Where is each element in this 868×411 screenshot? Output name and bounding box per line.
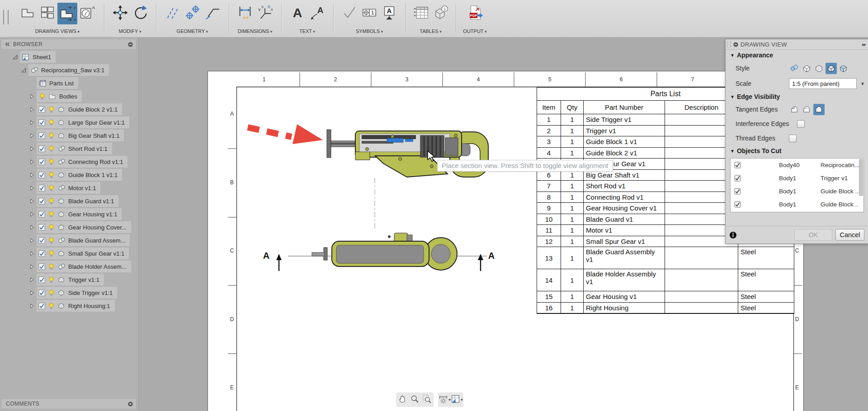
expander-icon[interactable] xyxy=(28,106,35,113)
bulb-icon[interactable] xyxy=(47,210,55,218)
bulb-icon[interactable] xyxy=(47,145,55,153)
visibility-checkbox[interactable] xyxy=(38,224,45,231)
tree-item-large-spur-gear-v1-1[interactable]: Large Spur Gear v1:1 xyxy=(0,117,129,128)
toolbar-base-view-button[interactable] xyxy=(18,3,38,24)
expander-icon[interactable] xyxy=(28,263,35,270)
toolbar-group-label[interactable]: TEXT xyxy=(281,28,333,34)
visibility-checkbox[interactable] xyxy=(38,263,45,270)
toolbar-detail-view-button[interactable]: A xyxy=(77,3,97,24)
objects-to-cut-row[interactable]: Body1Trigger v1 xyxy=(731,172,863,185)
visibility-checkbox[interactable] xyxy=(38,303,45,309)
toolbar-output-pdf-button[interactable]: PDF xyxy=(465,3,485,24)
tree-item-content[interactable]: Blade Guard Assem... xyxy=(37,234,130,246)
toolbar-parts-list-button[interactable] xyxy=(411,3,431,24)
tree-item-side-trigger-v1-1[interactable]: Side Trigger v1:1 xyxy=(0,287,117,299)
object-cut-checkbox[interactable] xyxy=(734,175,741,182)
pan-button[interactable] xyxy=(396,393,409,406)
section-view-preview[interactable] xyxy=(312,233,457,270)
toolbar-datum-identifier-button[interactable]: 1 xyxy=(359,3,379,24)
ok-button[interactable]: OK xyxy=(794,229,832,241)
visibility-checkbox[interactable] xyxy=(38,237,45,244)
style-shaded-edges-icon[interactable] xyxy=(838,63,849,74)
tree-item-content[interactable]: Guide Block 2 v1:1 xyxy=(37,103,122,115)
expander-icon[interactable] xyxy=(28,224,35,231)
style-shaded-hidden-icon[interactable] xyxy=(789,63,800,74)
tangent-full-icon[interactable] xyxy=(789,104,800,115)
visibility-checkbox[interactable] xyxy=(38,290,45,296)
bulb-icon[interactable] xyxy=(47,224,55,231)
tree-item-blade-holder-assem[interactable]: Blade Holder Assem... xyxy=(0,261,131,272)
tangent-shortened-icon[interactable] xyxy=(801,104,812,115)
tree-item-content[interactable]: Small Spur Gear v1:1 xyxy=(37,248,129,259)
browser-collapse-icon[interactable] xyxy=(126,41,134,48)
visibility-checkbox[interactable] xyxy=(38,119,45,126)
scale-dropdown-arrow-icon[interactable]: ▼ xyxy=(860,81,865,86)
tree-item-connecting-rod-v1-1[interactable]: Connecting Rod v1:1 xyxy=(0,156,127,168)
toolbar-multi-sheet-view-button[interactable] xyxy=(38,3,57,24)
toolbar-group-label[interactable]: TABLES xyxy=(406,28,456,34)
list-scrollbar[interactable] xyxy=(859,159,863,196)
toolbar-projected-view-button[interactable]: AA xyxy=(57,3,77,24)
tree-item-big-gear-shaft-v1-1[interactable]: Big Gear Shaft v1:1 xyxy=(0,130,124,141)
visibility-checkbox[interactable] xyxy=(38,198,45,205)
visibility-checkbox[interactable] xyxy=(38,132,45,139)
tree-item-content[interactable]: Connecting Rod v1:1 xyxy=(37,156,127,168)
expander-icon[interactable] xyxy=(28,276,35,283)
tree-item-content[interactable]: Bodies xyxy=(37,90,82,102)
tree-item-content[interactable]: Reciprocating_Saw v3:1 xyxy=(28,64,109,76)
expander-icon[interactable] xyxy=(20,67,27,74)
section-appearance[interactable]: ▼ Appearance xyxy=(726,50,868,61)
dialog-dock-icon[interactable]: ▸▸ xyxy=(862,42,865,47)
toolbar-leader-text-button[interactable]: A xyxy=(307,3,327,24)
expander-icon[interactable] xyxy=(28,250,35,257)
toolbar-balloon-button[interactable]: 1 xyxy=(431,3,451,24)
tree-item-content[interactable]: Sheet1 xyxy=(20,51,56,63)
style-shaded-icon[interactable] xyxy=(826,63,837,74)
bulb-icon[interactable] xyxy=(47,171,55,179)
visibility-checkbox[interactable] xyxy=(38,145,45,152)
tree-item-content[interactable]: Large Spur Gear v1:1 xyxy=(37,117,129,128)
section-edge-visibility[interactable]: ▼ Edge Visibility xyxy=(726,91,868,102)
tree-item-small-spur-gear-v1-1[interactable]: Small Spur Gear v1:1 xyxy=(0,248,129,259)
toolbar-group-label[interactable]: DIMENSIONS xyxy=(229,28,281,34)
visibility-checkbox[interactable] xyxy=(38,276,45,283)
bulb-icon[interactable] xyxy=(47,106,55,113)
style-wireframe-hidden-icon[interactable] xyxy=(813,63,825,74)
bulb-icon[interactable] xyxy=(47,158,55,166)
tree-item-content[interactable]: Side Trigger v1:1 xyxy=(37,287,117,299)
object-cut-checkbox[interactable] xyxy=(734,201,741,208)
toolbar-group-label[interactable]: OUTPUT xyxy=(456,28,494,34)
objects-to-cut-row[interactable]: Body40Reciprocatin... xyxy=(731,159,863,172)
bulb-icon[interactable] xyxy=(47,276,55,284)
expander-icon[interactable] xyxy=(28,211,35,218)
tree-item-guide-block-1-v1-1[interactable]: Guide Block 1 v1:1 xyxy=(0,169,122,181)
toolbar-dimension-button[interactable] xyxy=(235,3,255,24)
tree-item-gear-housing-v1-1[interactable]: Gear Housing v1:1 xyxy=(0,208,122,220)
tree-item-content[interactable]: Blade Holder Assem... xyxy=(37,261,131,272)
bulb-icon[interactable] xyxy=(47,197,55,205)
toolbar-text-symbol-button[interactable]: A xyxy=(379,3,399,24)
interference-edges-checkbox[interactable] xyxy=(797,120,805,128)
section-collapse-icon[interactable]: ▼ xyxy=(730,53,735,58)
expander-icon[interactable] xyxy=(28,185,35,191)
dialog-grip-icon[interactable] xyxy=(727,41,731,47)
bulb-icon[interactable] xyxy=(47,302,55,310)
toolbar-center-mark-button[interactable] xyxy=(183,3,203,24)
tree-item-content[interactable]: Parts List xyxy=(37,77,78,89)
section-objects-to-cut[interactable]: ▼ Objects To Cut xyxy=(726,145,868,156)
visibility-checkbox[interactable] xyxy=(38,185,45,191)
section-collapse-icon[interactable]: ▼ xyxy=(730,94,735,99)
expander-icon[interactable] xyxy=(28,290,35,296)
collapse-left-icon[interactable] xyxy=(3,41,11,48)
info-icon[interactable] xyxy=(729,231,737,239)
tree-item-content[interactable]: Trigger v1:1 xyxy=(37,274,104,285)
objects-to-cut-row[interactable]: Body1Guide Block .. xyxy=(731,185,863,198)
tree-item-content[interactable]: Blade Guard v1:1 xyxy=(37,195,118,207)
tree-item-motor-v1-1[interactable]: Motor v1:1 xyxy=(0,182,100,194)
object-cut-checkbox[interactable] xyxy=(734,188,741,195)
section-collapse-icon[interactable]: ▼ xyxy=(730,149,735,154)
expander-icon[interactable] xyxy=(28,132,35,139)
toolbar-group-label[interactable]: MODIFY xyxy=(104,28,156,34)
toolbar-group-label[interactable]: GEOMETRY xyxy=(156,28,229,34)
bulb-icon[interactable] xyxy=(47,263,55,271)
